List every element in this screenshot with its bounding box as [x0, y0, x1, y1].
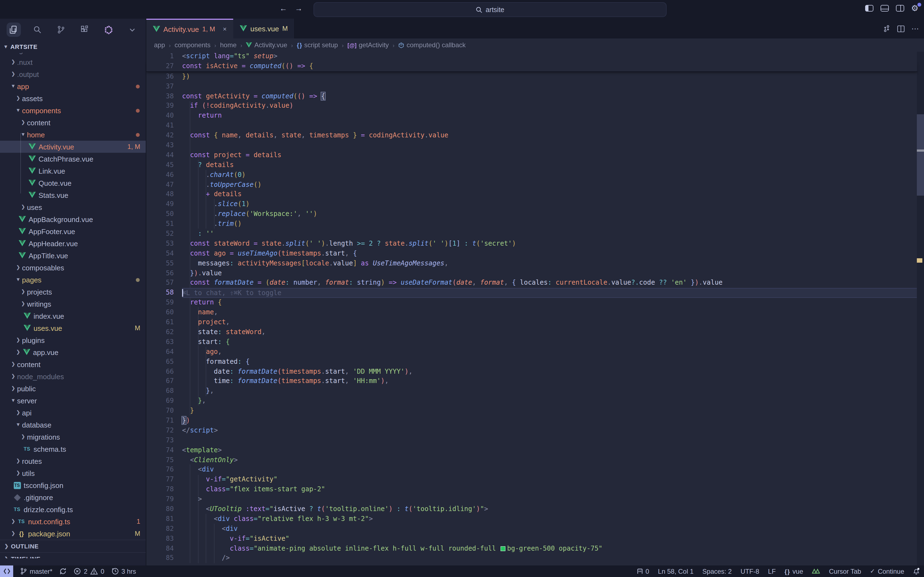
eol[interactable]: LF — [768, 567, 776, 575]
tree-item-.gitignore[interactable]: .gitignore — [0, 491, 146, 503]
tree-item-content[interactable]: ❯content — [0, 358, 146, 371]
breadcrumb-item-script-setup[interactable]: { }script setup — [297, 41, 338, 49]
chevron-down-icon[interactable] — [125, 23, 139, 37]
cursor-tab[interactable]: Cursor Tab — [829, 567, 861, 575]
code-line-77[interactable]: 77 v-if="getActivity" — [146, 475, 918, 485]
close-icon[interactable]: × — [223, 25, 226, 33]
code-line-42[interactable]: 42 const { name, details, state, timesta… — [146, 131, 918, 141]
code-line-81[interactable]: 81 <div class="relative flex h-3 w-3 mt-… — [146, 514, 918, 524]
editor-scrollbar[interactable] — [917, 52, 924, 566]
code-line-75[interactable]: 75 <ClientOnly> — [146, 455, 918, 465]
code-line-83[interactable]: 83 v-if="isActive" — [146, 534, 918, 544]
files-icon[interactable] — [6, 23, 21, 37]
code-line-47[interactable]: 47 .toUpperCase() — [146, 180, 918, 190]
tree-item-AppHeader.vue[interactable]: AppHeader.vue — [0, 237, 146, 250]
linter[interactable] — [812, 568, 820, 574]
tree-item-plugins[interactable]: ❯plugins — [0, 334, 146, 346]
tree-item-utils[interactable]: ❯utils — [0, 467, 146, 479]
code-line-58[interactable]: 58⌘L to chat, ⇧⌘K to toggle — [146, 288, 918, 298]
command-center-search[interactable]: artsite — [313, 2, 667, 17]
breadcrumb-item-components[interactable]: components — [174, 41, 211, 49]
tree-item-uses[interactable]: ❯uses — [0, 201, 146, 213]
forward-icon[interactable]: → — [293, 4, 304, 13]
code-editor[interactable]: 1<script lang="ts" setup>27const isActiv… — [146, 52, 918, 566]
tree-item-uses.vue[interactable]: uses.vueM — [0, 322, 146, 334]
code-line-45[interactable]: 45 ? details — [146, 160, 918, 170]
code-line-41[interactable]: 41 — [146, 121, 918, 131]
back-icon[interactable]: ← — [278, 4, 289, 13]
code-line-38[interactable]: 38const getActivity = computed(() => { — [146, 92, 918, 102]
breadcrumb-item-home[interactable]: home — [220, 41, 236, 49]
tree-item-composables[interactable]: ❯composables — [0, 261, 146, 274]
notifications[interactable] — [913, 568, 919, 575]
code-line-49[interactable]: 49 .slice(1) — [146, 200, 918, 210]
tree-item-app[interactable]: ▼app — [0, 80, 146, 92]
indentation[interactable]: Spaces: 2 — [702, 567, 732, 575]
code-line-74[interactable]: 74<template> — [146, 445, 918, 455]
code-line-79[interactable]: 79 > — [146, 495, 918, 504]
code-line-85[interactable]: 85 /> — [146, 554, 918, 564]
extensions-icon[interactable] — [78, 23, 92, 37]
tree-item-Activity.vue[interactable]: Activity.vue1, M — [0, 141, 146, 153]
problems[interactable]: 20 — [74, 567, 105, 575]
nuxt-hexagon-icon[interactable] — [101, 23, 115, 37]
tree-item-AppTitle.vue[interactable]: AppTitle.vue — [0, 250, 146, 261]
code-line-60[interactable]: 60 name, — [146, 308, 918, 318]
code-line-54[interactable]: 54 const ago = useTimeAgo(timestamps.sta… — [146, 249, 918, 259]
code-line-63[interactable]: 63 start: { — [146, 337, 918, 347]
open-changes-icon[interactable] — [883, 25, 890, 32]
tree-item-components[interactable]: ▼components — [0, 105, 146, 116]
tree-item-CatchPhrase.vue[interactable]: CatchPhrase.vue — [0, 153, 146, 165]
explorer-project-header[interactable]: ▼ ARTSITE — [0, 41, 146, 53]
tree-item-schema.ts[interactable]: TSschema.ts — [0, 443, 146, 455]
code-line-52[interactable]: 52 : '' — [146, 229, 918, 239]
code-line-48[interactable]: 48 + details — [146, 190, 918, 200]
code-line-37[interactable]: 37 — [146, 82, 918, 92]
tree-item-AppBackground.vue[interactable]: AppBackground.vue — [0, 213, 146, 225]
code-line-40[interactable]: 40 return — [146, 111, 918, 121]
breadcrumb-item-computed-callback[interactable]: computed() callback — [399, 41, 466, 49]
section-outline[interactable]: ❯OUTLINE — [0, 540, 146, 552]
tree-item-Link.vue[interactable]: Link.vue — [0, 165, 146, 177]
tree-item-database[interactable]: ▼database — [0, 419, 146, 431]
tree-item-AppFooter.vue[interactable]: AppFooter.vue — [0, 225, 146, 237]
tree-item-node_modules[interactable]: ❯node_modules — [0, 371, 146, 382]
split-editor-icon[interactable] — [897, 25, 905, 32]
code-line-67[interactable]: 67 time: formatDate(timestamps.start, 'H… — [146, 377, 918, 387]
code-line-80[interactable]: 80 <UTooltip :text="isActive ? t('toolti… — [146, 504, 918, 514]
settings-gear-icon[interactable]: ⚙ — [911, 5, 919, 11]
code-line-44[interactable]: 44 const project = details — [146, 151, 918, 160]
tab-uses.vue[interactable]: uses.vueM — [233, 19, 295, 39]
tree-item-content[interactable]: ❯content — [0, 116, 146, 129]
search-icon[interactable] — [30, 23, 45, 37]
tree-item-drizzle.config.ts[interactable]: TSdrizzle.config.ts — [0, 503, 146, 516]
tree-item-nuxt.config.ts[interactable]: ❯TSnuxt.config.ts1 — [0, 516, 146, 527]
remote-indicator[interactable] — [0, 566, 13, 577]
tree-item-api[interactable]: ❯api — [0, 407, 146, 419]
code-line-1[interactable]: 1<script lang="ts" setup> — [146, 52, 918, 61]
code-line-64[interactable]: 64 ago, — [146, 347, 918, 357]
tree-item-package.json[interactable]: ❯{}package.jsonM — [0, 527, 146, 540]
toggle-sidebar-icon[interactable] — [865, 5, 873, 11]
tree-item-projects[interactable]: ❯projects — [0, 286, 146, 298]
tree-item-writings[interactable]: ❯writings — [0, 298, 146, 310]
code-line-50[interactable]: 50 .replace('Workspace:', '') — [146, 210, 918, 219]
ports[interactable]: 0 — [636, 567, 649, 575]
tree-item-public[interactable]: ❯public — [0, 382, 146, 395]
code-line-27[interactable]: 27const isActive = computed(() => { — [146, 61, 918, 72]
continue[interactable]: ✓Continue — [870, 567, 904, 575]
tree-item-index.vue[interactable]: index.vue — [0, 310, 146, 322]
cursor-position[interactable]: Ln 58, Col 1 — [658, 567, 693, 575]
code-line-57[interactable]: 57 const formatDate = (date: number, for… — [146, 278, 918, 288]
scrollbar-thumb[interactable] — [917, 114, 924, 196]
code-line-62[interactable]: 62 state: stateWord, — [146, 327, 918, 337]
sync[interactable] — [60, 568, 67, 575]
tree-item-.nuxt[interactable]: ❯.nuxt — [0, 56, 146, 68]
code-line-66[interactable]: 66 date: formatDate(timestamps.start, 'D… — [146, 367, 918, 377]
tree-item-Stats.vue[interactable]: Stats.vue — [0, 189, 146, 201]
breadcrumb-item-app[interactable]: app — [154, 41, 165, 49]
tree-item-home[interactable]: ▼home — [0, 129, 146, 141]
breadcrumb-item-Activity-vue[interactable]: Activity.vue — [246, 41, 288, 49]
tree-item-Quote.vue[interactable]: Quote.vue — [0, 177, 146, 189]
code-line-55[interactable]: 55 messages: activityMessages[locale.val… — [146, 259, 918, 268]
